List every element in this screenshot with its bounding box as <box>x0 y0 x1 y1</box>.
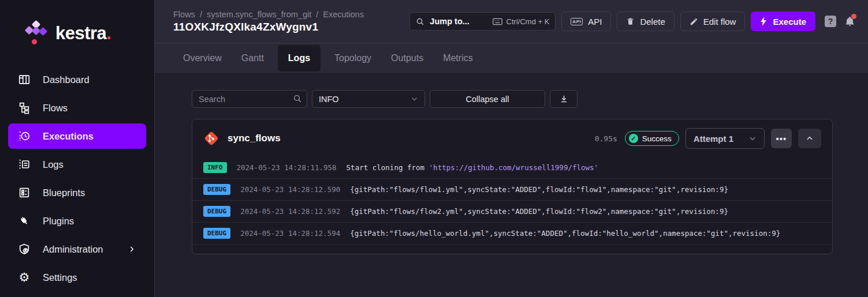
logs-icon <box>17 157 31 171</box>
kestra-logo[interactable]: kestra. <box>0 0 154 46</box>
search-input[interactable] <box>192 90 307 108</box>
sidebar-item-flows[interactable]: Flows <box>8 95 146 121</box>
jump-to-label: Jump to... <box>430 17 469 26</box>
jump-to-search[interactable]: Jump to... Ctrl/Cmd + K <box>409 12 556 31</box>
sidebar-item-label: Executions <box>43 131 94 142</box>
search-icon <box>416 17 424 26</box>
log-timestamp: 2024-05-23 14:28:12.590 <box>240 185 340 194</box>
sidebar-item-dashboard[interactable]: Dashboard <box>8 67 146 92</box>
api-button[interactable]: API API <box>561 12 611 31</box>
page-title: 11OXKJfzQXlka4ZxWygnv1 <box>173 21 364 33</box>
log-message: Start cloning from 'https://github.com/w… <box>347 163 599 172</box>
kestra-logo-text: kestra. <box>55 23 111 44</box>
top-bar: Flows / system.sync_flows_from_git / Exe… <box>155 0 868 43</box>
sidebar-item-executions[interactable]: Executions <box>8 123 146 149</box>
status-label: Success <box>642 134 672 143</box>
log-row: DEBUG 2024-05-23 14:28:12.590 {gitPath:"… <box>192 178 832 200</box>
task-card-header: sync_flows 0.95s ✓ Success Attempt 1 ••• <box>192 119 832 157</box>
log-level-badge: INFO <box>203 162 227 173</box>
task-duration: 0.95s <box>595 134 617 143</box>
sidebar-item-label: Blueprints <box>43 187 85 198</box>
sidebar-item-label: Logs <box>43 159 64 170</box>
attempt-value: Attempt 1 <box>694 134 733 144</box>
log-message: {gitPath:"flows/flow1.yml",syncState:"AD… <box>350 185 728 194</box>
sidebar-item-label: Settings <box>43 272 77 283</box>
log-level-badge: DEBUG <box>203 206 230 217</box>
log-rows: INFO 2024-05-23 14:28:11.958 Start cloni… <box>192 157 832 254</box>
sidebar-item-logs[interactable]: Logs <box>8 152 146 177</box>
kestra-logo-icon <box>22 21 49 46</box>
sidebar-nav: Dashboard Flows Executions Logs Blueprin… <box>0 67 154 290</box>
tab-topology[interactable]: Topology <box>329 43 377 73</box>
task-name: sync_flows <box>228 133 281 144</box>
sidebar-item-plugins[interactable]: Plugins <box>8 208 146 234</box>
execution-tabs: Overview Gantt Logs Topology Outputs Met… <box>155 43 868 74</box>
tab-gantt[interactable]: Gantt <box>236 43 270 73</box>
keyboard-shortcut: Ctrl/Cmd + K <box>493 17 550 26</box>
log-row: DEBUG 2024-05-23 14:28:12.594 {gitPath:"… <box>192 222 832 244</box>
collapse-all-button[interactable]: Collapse all <box>430 90 545 108</box>
breadcrumb-flows[interactable]: Flows <box>173 10 195 19</box>
chevron-down-icon <box>411 95 418 103</box>
task-log-card: sync_flows 0.95s ✓ Success Attempt 1 ••• <box>192 119 833 254</box>
sidebar-item-label: Plugins <box>43 216 74 227</box>
tab-outputs[interactable]: Outputs <box>385 43 429 73</box>
execute-button[interactable]: Execute <box>751 12 815 31</box>
sidebar-item-label: Dashboard <box>43 74 90 85</box>
search-icon <box>293 94 302 103</box>
settings-gear-icon: ⚙ <box>17 270 31 284</box>
administration-icon <box>17 242 31 256</box>
breadcrumb: Flows / system.sync_flows_from_git / Exe… <box>173 10 364 19</box>
trash-icon <box>626 17 635 26</box>
notification-dot <box>851 14 856 19</box>
log-timestamp: 2024-05-23 14:28:11.958 <box>237 163 337 172</box>
log-message-link[interactable]: 'https://github.com/wrussell1999/flows' <box>429 163 599 172</box>
log-level-value: INFO <box>319 95 339 104</box>
tab-overview[interactable]: Overview <box>177 43 228 73</box>
plugins-icon <box>17 214 31 228</box>
tab-logs[interactable]: Logs <box>278 45 321 72</box>
download-icon <box>560 95 568 103</box>
log-timestamp: 2024-05-23 14:28:12.592 <box>240 207 340 216</box>
keyboard-icon <box>493 18 502 25</box>
sidebar-item-label: Flows <box>43 103 68 114</box>
dashboard-icon <box>17 73 31 87</box>
help-button[interactable]: ? <box>825 16 836 27</box>
log-divider <box>192 244 832 245</box>
api-icon: API <box>571 18 583 25</box>
sidebar-item-administration[interactable]: Administration <box>8 236 146 262</box>
check-circle-icon: ✓ <box>629 134 638 143</box>
log-message: {gitPath:"flows/flow2.yml",syncState:"AD… <box>350 207 728 216</box>
sidebar-item-settings[interactable]: ⚙ Settings <box>8 265 146 290</box>
breadcrumb-namespace[interactable]: system.sync_flows_from_git <box>207 10 311 19</box>
log-row: DEBUG 2024-05-23 14:28:12.592 {gitPath:"… <box>192 200 832 222</box>
collapse-task-button[interactable] <box>798 129 821 148</box>
breadcrumb-executions[interactable]: Executions <box>323 10 364 19</box>
download-logs-button[interactable] <box>550 90 578 108</box>
task-options-button[interactable]: ••• <box>771 129 792 148</box>
main-area: Flows / system.sync_flows_from_git / Exe… <box>155 0 868 297</box>
log-message: {gitPath:"flows/hello_world.yml",syncSta… <box>350 229 780 238</box>
log-timestamp: 2024-05-23 14:28:12.594 <box>240 229 340 238</box>
blueprints-icon <box>17 186 31 200</box>
attempt-select[interactable]: Attempt 1 <box>686 128 765 149</box>
sidebar-item-blueprints[interactable]: Blueprints <box>8 180 146 205</box>
notifications-bell-button[interactable] <box>844 16 855 27</box>
logs-content: INFO Collapse all sync_flows 0.95s <box>155 74 868 297</box>
chevron-down-icon <box>748 134 757 142</box>
log-level-badge: DEBUG <box>203 184 230 195</box>
lightning-bolt-icon <box>760 17 768 26</box>
sidebar-item-label: Administration <box>43 244 103 255</box>
sidebar: kestra. Dashboard Flows Executions Logs <box>0 0 155 297</box>
log-level-select[interactable]: INFO <box>312 90 425 108</box>
log-level-badge: DEBUG <box>203 228 230 239</box>
edit-flow-button[interactable]: Edit flow <box>680 12 746 31</box>
git-task-icon <box>203 130 219 146</box>
chevron-up-icon <box>806 134 814 142</box>
delete-button[interactable]: Delete <box>617 12 674 31</box>
tab-metrics[interactable]: Metrics <box>437 43 479 73</box>
flows-icon <box>17 101 31 115</box>
status-badge: ✓ Success <box>625 131 679 146</box>
executions-icon <box>17 129 31 143</box>
log-filter-row: INFO Collapse all <box>192 90 833 108</box>
